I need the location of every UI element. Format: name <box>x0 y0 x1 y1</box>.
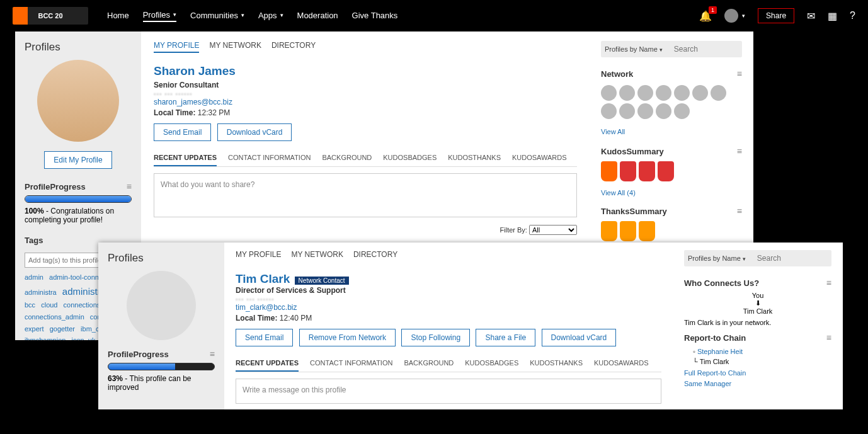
tab-kudosbadges[interactable]: KUDOSBADGES <box>383 154 437 166</box>
tag-link[interactable]: connections <box>64 301 101 309</box>
menu-icon[interactable]: ≡ <box>127 181 132 191</box>
nav-profiles[interactable]: Profiles ▾ <box>143 10 176 22</box>
contact-avatar[interactable] <box>674 85 690 101</box>
thanks-badge-icon[interactable] <box>620 221 636 241</box>
profile-tabs: RECENT UPDATES CONTACT INFORMATION BACKG… <box>236 359 661 372</box>
tab-kudosawards[interactable]: KUDOSAWARDS <box>594 359 649 372</box>
tab-kudosthanks[interactable]: KUDOSTHANKS <box>448 154 501 166</box>
tag-link[interactable]: admin <box>25 273 43 281</box>
nav-apps[interactable]: Apps ▾ <box>258 11 283 21</box>
search-scope-select[interactable]: Profiles by Name ▾ <box>688 254 755 262</box>
message-textbox[interactable]: Write a message on this profile <box>236 379 661 404</box>
help-icon[interactable]: ? <box>850 10 855 21</box>
progress-bar <box>108 363 215 370</box>
contact-avatar[interactable] <box>692 85 708 101</box>
tag-link[interactable]: gogetter <box>50 325 75 333</box>
thanks-badges <box>601 221 742 241</box>
contact-avatar[interactable] <box>601 103 617 119</box>
network-contact-badge: Network Contact <box>295 277 349 285</box>
logo[interactable]: BCC 20 <box>13 7 88 25</box>
tag-link[interactable]: expert <box>25 325 44 333</box>
menu-icon[interactable]: ≡ <box>737 206 742 216</box>
tag-link[interactable]: cloud <box>41 301 57 309</box>
subnav-mynetwork[interactable]: MY NETWORK <box>291 250 343 261</box>
menu-icon[interactable]: ≡ <box>737 69 742 79</box>
kudos-badge-icon[interactable] <box>658 161 674 181</box>
search-scope-select[interactable]: Profiles by Name ▾ <box>605 45 671 53</box>
mail-icon[interactable]: ✉ <box>807 10 815 22</box>
kudos-badge-icon[interactable] <box>601 161 617 181</box>
share-textbox[interactable]: What do you want to share? <box>154 173 577 217</box>
profile-avatar[interactable] <box>37 60 119 142</box>
tag-link[interactable]: connections_admin <box>25 313 84 321</box>
edit-profile-button[interactable]: Edit My Profile <box>44 151 111 169</box>
menu-icon[interactable]: ≡ <box>210 349 215 359</box>
profile-name[interactable]: Tim Clark <box>236 272 290 285</box>
email-link[interactable]: sharon_james@bcc.biz <box>154 98 232 106</box>
share-file-button[interactable]: Share a File <box>476 329 535 346</box>
kudos-badge-icon[interactable] <box>620 161 636 181</box>
contact-avatar[interactable] <box>619 85 635 101</box>
notifications-icon[interactable]: 🔔1 <box>699 10 712 22</box>
tab-contact[interactable]: CONTACT INFORMATION <box>228 154 311 166</box>
tab-contact[interactable]: CONTACT INFORMATION <box>310 359 392 372</box>
thanks-badge-icon[interactable] <box>639 221 655 241</box>
download-vcard-button[interactable]: Download vCard <box>217 123 292 141</box>
tag-link[interactable]: bcc <box>25 301 35 309</box>
subnav-directory[interactable]: DIRECTORY <box>353 250 397 261</box>
tab-kudosbadges[interactable]: KUDOSBADGES <box>465 359 518 372</box>
view-all-network-link[interactable]: View All <box>601 128 625 135</box>
tag-link[interactable]: ibmchampion <box>25 336 66 340</box>
sidebar: Profiles ProfileProgress ≡ 63% - This pr… <box>98 243 224 409</box>
menu-icon[interactable]: ≡ <box>826 333 831 343</box>
profile-avatar[interactable] <box>127 271 196 340</box>
filter-select[interactable]: All <box>529 225 577 235</box>
send-email-button[interactable]: Send Email <box>236 329 293 346</box>
tab-recent-updates[interactable]: RECENT UPDATES <box>154 154 217 166</box>
contact-avatar[interactable] <box>674 103 690 119</box>
nav-home[interactable]: Home <box>107 11 129 21</box>
tab-background[interactable]: BACKGROUND <box>322 154 372 166</box>
send-email-button[interactable]: Send Email <box>154 123 211 141</box>
tag-link[interactable]: icon_uk <box>71 336 95 340</box>
menu-icon[interactable]: ≡ <box>737 146 742 156</box>
user-menu[interactable]: ▾ <box>724 9 745 23</box>
view-all-kudos-link[interactable]: View All (4) <box>601 189 636 197</box>
contact-avatar[interactable] <box>656 103 671 119</box>
chain-person-link[interactable]: Stephanie Heit <box>697 348 743 355</box>
calendar-icon[interactable]: ▦ <box>828 10 837 22</box>
share-button[interactable]: Share <box>758 8 794 23</box>
same-manager-link[interactable]: Same Manager <box>684 380 731 387</box>
menu-icon[interactable]: ≡ <box>826 278 831 288</box>
download-vcard-button[interactable]: Download vCard <box>542 329 617 346</box>
nav-moderation[interactable]: Moderation <box>297 11 338 21</box>
search-input[interactable] <box>671 43 753 55</box>
progress-text: 100% - Congratulations on completing you… <box>25 207 132 224</box>
tab-background[interactable]: BACKGROUND <box>404 359 454 372</box>
contact-avatar[interactable] <box>637 103 653 119</box>
kudos-badge-icon[interactable] <box>639 161 655 181</box>
subnav-myprofile[interactable]: MY PROFILE <box>236 250 281 261</box>
email-link[interactable]: tim_clark@bcc.biz <box>236 303 297 312</box>
subnav-myprofile[interactable]: MY PROFILE <box>154 41 199 53</box>
stop-following-button[interactable]: Stop Following <box>401 329 470 346</box>
nav-communities[interactable]: Communities ▾ <box>190 11 244 21</box>
subnav-mynetwork[interactable]: MY NETWORK <box>209 41 261 53</box>
contact-avatar[interactable] <box>637 85 653 101</box>
contact-avatar[interactable] <box>656 85 671 101</box>
contact-avatar[interactable] <box>711 85 726 101</box>
right-column: Profiles by Name ▾ 🔍 Who Connects Us?≡ Y… <box>673 243 843 409</box>
search-input[interactable] <box>755 253 843 264</box>
tab-kudosthanks[interactable]: KUDOSTHANKS <box>530 359 583 372</box>
profile-name[interactable]: Sharon James <box>154 64 577 78</box>
thanks-badge-icon[interactable] <box>601 221 617 241</box>
tag-link[interactable]: administra <box>25 288 57 296</box>
subnav-directory[interactable]: DIRECTORY <box>271 41 316 53</box>
remove-network-button[interactable]: Remove From Network <box>299 329 396 346</box>
contact-avatar[interactable] <box>601 85 617 101</box>
nav-givethanks[interactable]: Give Thanks <box>352 11 398 21</box>
full-report-chain-link[interactable]: Full Report-to Chain <box>684 369 746 377</box>
contact-avatar[interactable] <box>619 103 635 119</box>
tab-kudosawards[interactable]: KUDOSAWARDS <box>512 154 567 166</box>
tab-recent-updates[interactable]: RECENT UPDATES <box>236 359 299 372</box>
